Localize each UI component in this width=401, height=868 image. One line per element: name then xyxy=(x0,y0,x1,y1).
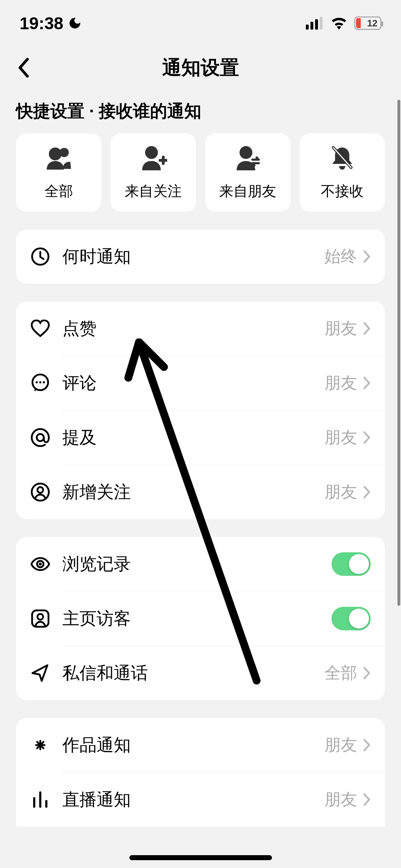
comment-icon xyxy=(30,373,50,393)
row-value: 朋友 xyxy=(324,481,357,503)
user-square-icon xyxy=(30,609,50,629)
people-icon xyxy=(45,144,73,173)
battery-icon: 12 xyxy=(354,16,381,30)
row-label: 作品通知 xyxy=(62,734,324,756)
chevron-right-icon xyxy=(362,376,371,390)
svg-point-5 xyxy=(60,148,69,157)
svg-point-7 xyxy=(240,146,252,159)
page-title: 通知设置 xyxy=(162,55,239,81)
quick-card-following[interactable]: 来自关注 xyxy=(110,133,196,212)
svg-rect-3 xyxy=(320,17,323,30)
at-icon xyxy=(30,428,50,448)
svg-point-13 xyxy=(37,434,44,441)
row-label: 主页访客 xyxy=(62,607,331,630)
svg-point-10 xyxy=(36,381,38,383)
toggle-history[interactable] xyxy=(331,552,371,576)
status-bar: 19:38 12 xyxy=(0,0,401,46)
chevron-right-icon xyxy=(362,666,371,680)
quick-settings-grid: 全部 来自关注 来自朋友 不接收 xyxy=(0,133,401,212)
eye-icon xyxy=(30,554,50,574)
bell-off-icon xyxy=(330,144,355,173)
svg-point-15 xyxy=(37,487,43,493)
row-label: 点赞 xyxy=(62,317,324,340)
svg-point-19 xyxy=(37,614,43,620)
chevron-right-icon xyxy=(362,322,371,335)
row-label: 评论 xyxy=(62,372,324,394)
quick-label: 来自朋友 xyxy=(219,181,276,201)
svg-rect-2 xyxy=(315,19,318,30)
row-history[interactable]: 浏览记录 xyxy=(16,537,385,591)
quick-card-friends[interactable]: 来自朋友 xyxy=(205,133,291,212)
svg-point-6 xyxy=(145,146,158,159)
svg-point-4 xyxy=(49,148,62,160)
row-visitors[interactable]: 主页访客 xyxy=(16,591,385,646)
bar-chart-icon xyxy=(30,790,50,810)
person-swap-icon xyxy=(234,144,262,173)
send-icon xyxy=(30,663,50,683)
clock-icon xyxy=(30,247,50,267)
home-indicator[interactable] xyxy=(129,855,272,860)
row-likes[interactable]: 点赞 朋友 xyxy=(16,301,385,356)
row-value: 朋友 xyxy=(324,734,357,756)
svg-point-12 xyxy=(43,381,45,383)
dnd-moon-icon xyxy=(68,16,82,30)
chevron-right-icon xyxy=(362,485,371,499)
person-add-icon xyxy=(139,144,167,173)
quick-settings-header: 快捷设置 · 接收谁的通知 xyxy=(0,89,401,133)
row-live[interactable]: 直播通知 朋友 xyxy=(16,773,385,827)
svg-rect-18 xyxy=(32,610,48,627)
scroll-indicator[interactable] xyxy=(397,100,400,606)
back-button[interactable] xyxy=(12,57,34,78)
group-content: 作品通知 朋友 直播通知 朋友 xyxy=(16,718,385,827)
wifi-icon xyxy=(330,17,348,30)
row-value: 始终 xyxy=(324,246,357,268)
row-new-followers[interactable]: 新增关注 朋友 xyxy=(16,465,385,519)
row-works[interactable]: 作品通知 朋友 xyxy=(16,718,385,772)
svg-rect-0 xyxy=(306,25,309,30)
page-header: 通知设置 xyxy=(0,46,401,89)
chevron-right-icon xyxy=(362,250,371,263)
svg-rect-1 xyxy=(310,22,313,30)
status-time: 19:38 xyxy=(20,14,63,33)
chevron-right-icon xyxy=(362,793,371,806)
heart-icon xyxy=(30,319,50,339)
quick-card-all[interactable]: 全部 xyxy=(16,133,101,212)
quick-label: 全部 xyxy=(45,181,73,201)
row-label: 浏览记录 xyxy=(62,553,331,575)
row-dm-call[interactable]: 私信和通话 全部 xyxy=(16,646,385,700)
row-mentions[interactable]: 提及 朋友 xyxy=(16,410,385,465)
row-label: 私信和通话 xyxy=(62,662,324,684)
row-label: 直播通知 xyxy=(62,788,324,811)
chevron-right-icon xyxy=(362,738,371,752)
group-activity: 浏览记录 主页访客 私信和通话 全部 xyxy=(16,537,385,700)
chevron-right-icon xyxy=(362,431,371,444)
group-interactions: 点赞 朋友 评论 朋友 提及 朋友 新增关注 朋友 xyxy=(16,301,385,519)
svg-point-17 xyxy=(39,563,42,565)
person-circle-icon xyxy=(30,482,50,502)
row-value: 朋友 xyxy=(324,317,357,340)
sparkle-icon xyxy=(30,735,50,755)
group-schedule: 何时通知 始终 xyxy=(16,229,385,284)
row-value: 朋友 xyxy=(324,789,357,811)
row-value: 朋友 xyxy=(324,372,357,394)
svg-point-11 xyxy=(39,381,41,383)
cell-signal-icon xyxy=(306,17,324,30)
row-value: 全部 xyxy=(324,662,357,684)
row-label: 何时通知 xyxy=(62,245,324,268)
chevron-left-icon xyxy=(17,57,30,78)
row-label: 新增关注 xyxy=(62,481,324,503)
row-label: 提及 xyxy=(62,426,324,449)
row-when-notify[interactable]: 何时通知 始终 xyxy=(16,229,385,284)
toggle-visitors[interactable] xyxy=(331,607,371,630)
quick-label: 来自关注 xyxy=(125,181,182,201)
row-comments[interactable]: 评论 朋友 xyxy=(16,356,385,410)
quick-label: 不接收 xyxy=(321,181,364,201)
quick-card-mute[interactable]: 不接收 xyxy=(300,133,385,212)
row-value: 朋友 xyxy=(324,427,357,449)
